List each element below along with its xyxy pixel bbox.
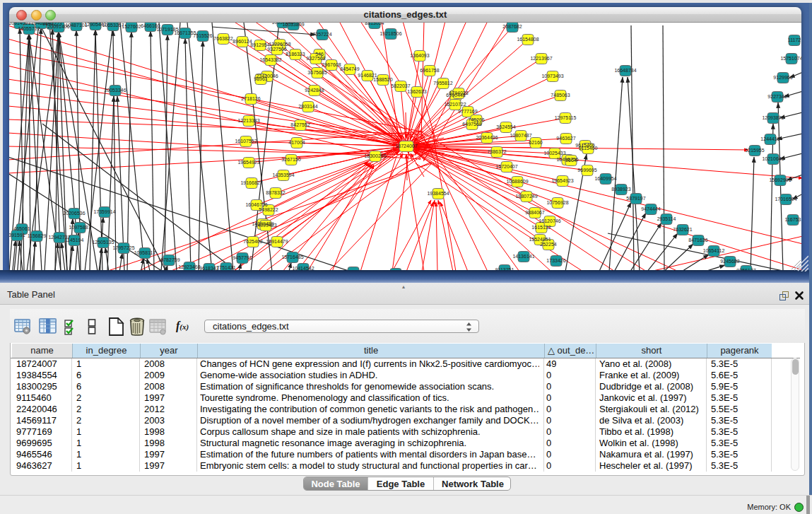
- svg-text:18807249: 18807249: [515, 194, 537, 199]
- svg-text:16543382: 16543382: [259, 57, 281, 62]
- svg-text:7955812: 7955812: [433, 81, 452, 86]
- svg-text:5879197: 5879197: [626, 196, 645, 201]
- svg-text:18300295: 18300295: [364, 153, 386, 158]
- svg-text:1364093: 1364093: [410, 53, 429, 58]
- svg-text:9463627: 9463627: [556, 136, 575, 141]
- svg-text:16046756: 16046756: [245, 202, 267, 207]
- svg-text:1615132: 1615132: [531, 225, 551, 230]
- svg-text:15716485: 15716485: [281, 255, 303, 259]
- svg-text:1362633: 1362633: [407, 89, 426, 94]
- svg-text:12975115: 12975115: [555, 115, 577, 120]
- svg-text:10210643: 10210643: [762, 156, 784, 161]
- svg-text:391591: 391591: [9, 233, 25, 238]
- svg-text:20364436: 20364436: [476, 135, 498, 140]
- svg-text:3675685: 3675685: [307, 70, 326, 75]
- svg-text:8960124: 8960124: [233, 39, 252, 44]
- svg-text:16154808: 16154808: [517, 37, 539, 42]
- svg-text:16914479: 16914479: [266, 239, 288, 244]
- svg-text:1244415: 1244415: [760, 136, 779, 141]
- svg-text:16648784: 16648784: [614, 68, 636, 73]
- svg-text:116753: 116753: [785, 217, 801, 222]
- svg-text:9245682: 9245682: [720, 259, 739, 264]
- svg-text:7625402: 7625402: [243, 239, 262, 244]
- svg-text:465061: 465061: [13, 226, 30, 231]
- svg-text:15720407: 15720407: [495, 164, 517, 169]
- svg-text:9024502: 9024502: [343, 269, 363, 270]
- svg-text:10973493: 10973493: [541, 74, 563, 78]
- svg-text:98961: 98961: [254, 76, 268, 81]
- svg-text:6497568: 6497568: [462, 122, 481, 127]
- svg-text:19654923: 19654923: [237, 160, 259, 165]
- svg-text:9664: 9664: [565, 158, 577, 163]
- svg-text:15692901: 15692901: [769, 177, 791, 182]
- svg-text:12213383: 12213383: [237, 118, 259, 123]
- svg-text:5498222: 5498222: [259, 207, 278, 212]
- svg-text:10756928: 10756928: [546, 200, 568, 205]
- svg-text:1145194: 1145194: [65, 238, 84, 243]
- svg-text:19218506: 19218506: [379, 31, 401, 36]
- svg-text:19384554: 19384554: [427, 191, 449, 196]
- svg-text:9777169: 9777169: [458, 109, 477, 114]
- svg-text:7357224: 7357224: [312, 32, 331, 37]
- svg-text:10654112: 10654112: [703, 248, 725, 253]
- svg-text:6794028: 6794028: [449, 90, 468, 95]
- svg-text:9327506: 9327506: [267, 47, 286, 52]
- svg-text:8427552: 8427552: [290, 122, 310, 127]
- svg-text:8878332: 8878332: [266, 190, 285, 195]
- svg-text:9242848: 9242848: [305, 88, 324, 93]
- svg-text:8471636: 8471636: [688, 238, 707, 243]
- svg-text:10975887: 10975887: [69, 225, 90, 230]
- svg-text:5822037: 5822037: [391, 83, 410, 88]
- svg-text:9113251: 9113251: [495, 267, 514, 270]
- svg-text:10688609: 10688609: [506, 179, 528, 184]
- svg-text:20206536: 20206536: [63, 211, 85, 216]
- svg-text:14055712: 14055712: [18, 26, 40, 31]
- svg-text:6961758: 6961758: [420, 68, 439, 73]
- svg-text:7386372: 7386372: [487, 149, 506, 154]
- svg-text:16409954: 16409954: [594, 176, 616, 181]
- svg-text:9699695: 9699695: [577, 168, 596, 173]
- svg-text:1588520: 1588520: [373, 77, 392, 82]
- svg-text:10414542: 10414542: [292, 266, 314, 270]
- svg-text:7632621: 7632621: [673, 227, 692, 232]
- svg-text:16107552: 16107552: [235, 139, 257, 144]
- svg-text:17016504: 17016504: [775, 197, 796, 201]
- svg-text:16210722: 16210722: [444, 102, 466, 107]
- svg-text:12505135: 12505135: [92, 240, 114, 245]
- svg-text:2935114: 2935114: [657, 216, 676, 221]
- svg-text:9115460: 9115460: [579, 146, 598, 151]
- svg-text:2087682: 2087682: [502, 24, 522, 29]
- svg-text:17957225: 17957225: [112, 245, 134, 250]
- svg-text:9457791: 9457791: [233, 255, 252, 260]
- svg-text:17359914: 17359914: [93, 209, 115, 214]
- svg-text:1733426: 1733426: [546, 258, 565, 263]
- svg-text:8186323: 8186323: [286, 52, 305, 57]
- svg-text:10653267: 10653267: [102, 23, 124, 28]
- svg-text:16120746: 16120746: [539, 218, 560, 223]
- svg-text:14136141: 14136141: [512, 254, 534, 259]
- svg-text:14353594: 14353594: [272, 173, 294, 177]
- svg-text:20914521: 20914521: [9, 23, 31, 25]
- svg-text:19166827: 19166827: [240, 180, 262, 185]
- svg-text:12213967: 12213967: [530, 56, 552, 61]
- svg-text:20053346: 20053346: [104, 88, 126, 93]
- svg-text:18724007: 18724007: [395, 144, 417, 148]
- svg-text:15751074: 15751074: [780, 56, 801, 61]
- svg-text:9884067: 9884067: [525, 210, 544, 215]
- svg-text:7751421: 7751421: [216, 265, 235, 270]
- svg-text:15524851: 15524851: [529, 237, 551, 242]
- svg-text:10807487: 10807487: [510, 133, 531, 138]
- svg-text:5215955: 5215955: [745, 148, 764, 153]
- svg-text:2803144: 2803144: [298, 104, 317, 109]
- svg-text:12923468: 12923468: [178, 264, 200, 269]
- svg-text:19654923: 19654923: [551, 178, 573, 183]
- svg-text:3267150: 3267150: [281, 157, 300, 162]
- svg-text:16033809: 16033809: [282, 23, 304, 27]
- svg-text:11172: 11172: [788, 37, 801, 42]
- svg-text:10025433: 10025433: [543, 151, 565, 156]
- svg-text:14099483: 14099483: [254, 223, 276, 228]
- svg-text:417004: 417004: [288, 140, 305, 145]
- svg-text:9474444: 9474444: [641, 206, 660, 211]
- svg-text:10958117: 10958117: [134, 250, 156, 255]
- svg-text:7663822: 7663822: [213, 36, 233, 41]
